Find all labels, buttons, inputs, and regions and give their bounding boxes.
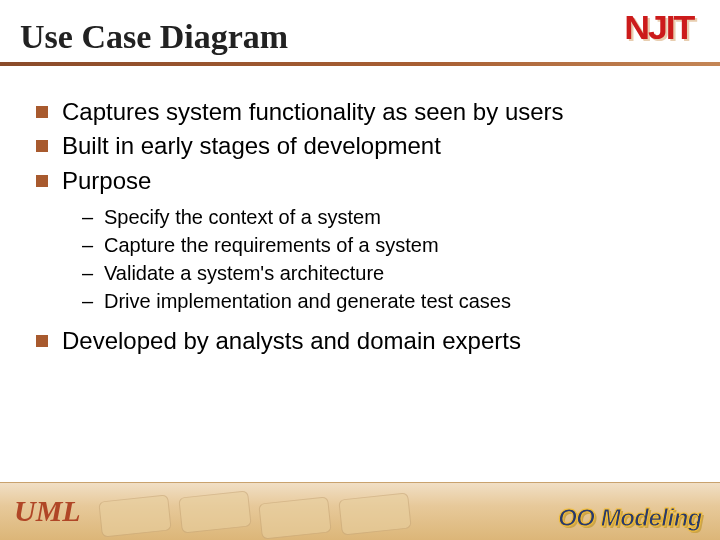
deco-card [98,494,171,537]
deco-card [338,492,411,535]
bullet-list-level1: Developed by analysts and domain experts [28,325,696,357]
bullet-list-level2: Specify the context of a system Capture … [28,203,696,315]
bullet-item: Captures system functionality as seen by… [28,96,696,128]
sub-bullet-item: Validate a system's architecture [82,259,696,287]
njit-logo: NJIT [625,8,694,47]
bullet-text: Captures system functionality as seen by… [62,98,564,125]
slide-title: Use Case Diagram [20,18,720,56]
slide: Use Case Diagram NJIT Captures system fu… [0,0,720,540]
bullet-list-level1: Captures system functionality as seen by… [28,96,696,197]
deco-card [178,490,251,533]
oo-modeling-footer-label: OO Modeling [558,504,702,532]
bullet-item: Developed by analysts and domain experts [28,325,696,357]
sub-bullet-text: Capture the requirements of a system [104,234,439,256]
slide-content: Captures system functionality as seen by… [0,66,720,358]
sub-bullet-item: Capture the requirements of a system [82,231,696,259]
bullet-item: Purpose [28,165,696,197]
slide-header: Use Case Diagram NJIT [0,0,720,56]
slide-footer: UML OO Modeling [0,482,720,540]
footer-decoration [90,482,470,540]
bullet-item: Built in early stages of development [28,130,696,162]
bullet-text: Built in early stages of development [62,132,441,159]
deco-card [258,496,331,539]
sub-bullet-text: Specify the context of a system [104,206,381,228]
sub-bullet-item: Drive implementation and generate test c… [82,287,696,315]
bullet-text: Developed by analysts and domain experts [62,327,521,354]
sub-bullet-text: Validate a system's architecture [104,262,384,284]
sub-bullet-item: Specify the context of a system [82,203,696,231]
sub-bullet-text: Drive implementation and generate test c… [104,290,511,312]
bullet-text: Purpose [62,167,151,194]
uml-footer-label: UML [14,494,81,528]
